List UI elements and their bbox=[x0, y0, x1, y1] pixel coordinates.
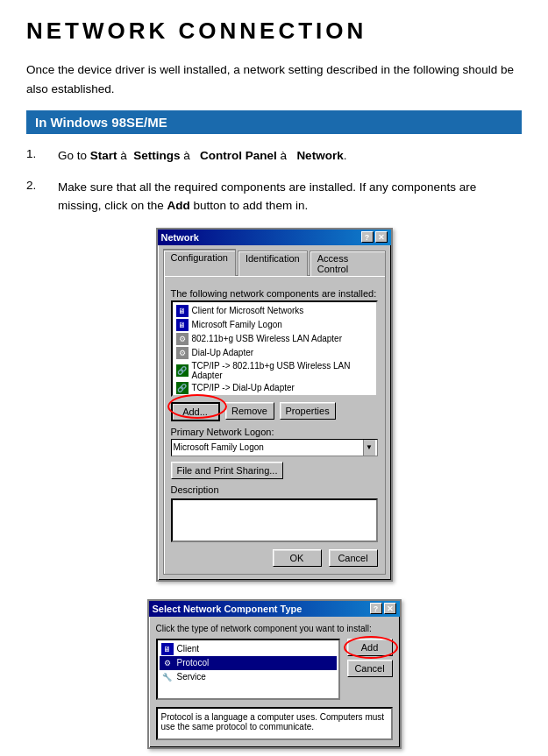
step2-text: Make sure that all the required componen… bbox=[58, 178, 522, 215]
ok-button[interactable]: OK bbox=[273, 549, 322, 567]
properties-button[interactable]: Properties bbox=[280, 402, 336, 420]
titlebar-buttons: ? ✕ bbox=[361, 231, 388, 243]
computer-icon: 🖥 bbox=[176, 305, 189, 317]
question-icon[interactable]: ? bbox=[361, 231, 374, 243]
list-item[interactable]: 🖥 Microsoft Family Logon bbox=[174, 318, 374, 332]
close-icon[interactable]: ✕ bbox=[375, 231, 388, 243]
ok-cancel-row: OK Cancel bbox=[171, 549, 378, 567]
list-item[interactable]: ⚙ Dial-Up Adapter bbox=[174, 346, 374, 360]
snct-main: 🖥 Client ⚙ Protocol 🔧 Service bbox=[156, 639, 393, 700]
wrench-icon: 🔧 bbox=[161, 671, 174, 683]
network-tabs: Configuration Identification Access Cont… bbox=[163, 251, 386, 276]
snct-titlebar: Select Network Component Type ? ✕ bbox=[149, 601, 400, 617]
section-header: In Windows 98SE/ME bbox=[26, 110, 522, 134]
cancel-button[interactable]: Cancel bbox=[329, 549, 378, 567]
description-box bbox=[171, 498, 378, 542]
snct-list-item-selected[interactable]: ⚙ Protocol bbox=[160, 656, 337, 670]
remove-button[interactable]: Remove bbox=[225, 402, 274, 420]
intro-paragraph: Once the device driver is well installed… bbox=[26, 60, 522, 98]
screenshots-container: Network ? ✕ Configuration Identification… bbox=[26, 228, 522, 749]
snct-titlebar-buttons: ? ✕ bbox=[370, 603, 396, 614]
step1-text: Go to Start à Settings à Control Panel à… bbox=[58, 146, 346, 166]
snct-list-item[interactable]: 🔧 Service bbox=[160, 670, 337, 684]
primary-logon-label: Primary Network Logon: bbox=[171, 427, 378, 437]
snct-list-item[interactable]: 🖥 Client bbox=[160, 642, 337, 656]
network-dialog-body: Configuration Identification Access Cont… bbox=[158, 245, 391, 580]
snct-item-service: Service bbox=[177, 672, 206, 682]
network-dialog-titlebar: Network ? ✕ bbox=[158, 230, 391, 245]
snct-content: Click the type of network component you … bbox=[149, 617, 400, 747]
network-components-list[interactable]: 🖥 Client for Microsoft Networks 🖥 Micros… bbox=[171, 300, 378, 397]
component-buttons: Add... Remove Properties bbox=[171, 402, 336, 421]
list-item-label: TCP/IP -> 802.11b+g USB Wireless LAN Ada… bbox=[192, 361, 373, 380]
add-button[interactable]: Add... bbox=[171, 402, 220, 421]
computer-icon: 🖥 bbox=[176, 319, 189, 331]
tab-access-control[interactable]: Access Control bbox=[310, 251, 386, 276]
network-dialog-wrapper: Network ? ✕ Configuration Identification… bbox=[156, 228, 393, 582]
gear-icon: ⚙ bbox=[176, 333, 189, 345]
tab-configuration[interactable]: Configuration bbox=[163, 249, 236, 276]
step1-number: 1. bbox=[26, 146, 58, 160]
network-icon: 🔗 bbox=[176, 382, 189, 394]
network-icon: 🔗 bbox=[176, 364, 189, 377]
snct-item-client: Client bbox=[177, 644, 200, 654]
network-dialog[interactable]: Network ? ✕ Configuration Identification… bbox=[156, 228, 393, 582]
list-item-label: 802.11b+g USB Wireless LAN Adapter bbox=[192, 334, 342, 343]
page-title: NETWORK CONNECTION bbox=[26, 18, 522, 45]
list-item[interactable]: 🔗 TCP/IP -> 802.11b+g USB Wireless LAN A… bbox=[174, 360, 374, 381]
snct-description: Protocol is a language a computer uses. … bbox=[156, 707, 393, 740]
snct-dialog-wrapper: Select Network Component Type ? ✕ Click … bbox=[147, 599, 402, 749]
primary-logon-select[interactable]: Microsoft Family Logon ▼ bbox=[171, 439, 378, 456]
snct-list[interactable]: 🖥 Client ⚙ Protocol 🔧 Service bbox=[156, 639, 340, 700]
snct-title: Select Network Component Type bbox=[153, 604, 302, 614]
snct-buttons: Add Cancel bbox=[347, 639, 393, 700]
list-item-label: Microsoft Family Logon bbox=[192, 320, 282, 329]
dropdown-arrow-icon[interactable]: ▼ bbox=[363, 440, 375, 456]
tab-identification[interactable]: Identification bbox=[238, 251, 308, 276]
file-print-button[interactable]: File and Print Sharing... bbox=[171, 462, 284, 479]
snct-instruction: Click the type of network component you … bbox=[156, 624, 393, 633]
snct-cancel-button[interactable]: Cancel bbox=[347, 660, 393, 677]
tab-content: The following network components are ins… bbox=[163, 275, 386, 575]
question-icon[interactable]: ? bbox=[370, 603, 382, 614]
list-item-label: TCP/IP -> Dial-Up Adapter bbox=[192, 383, 295, 392]
snct-dialog[interactable]: Select Network Component Type ? ✕ Click … bbox=[147, 599, 402, 749]
close-icon[interactable]: ✕ bbox=[384, 603, 396, 614]
list-label: The following network components are ins… bbox=[171, 288, 378, 299]
computer-icon: 🖥 bbox=[161, 643, 174, 655]
list-item-label: Dial-Up Adapter bbox=[192, 348, 254, 357]
gear-icon: ⚙ bbox=[176, 347, 189, 359]
step2-number: 2. bbox=[26, 178, 58, 192]
network-dialog-title: Network bbox=[161, 232, 199, 243]
list-item[interactable]: 🔗 TCP/IP -> Dial-Up Adapter bbox=[174, 381, 374, 395]
gear-icon: ⚙ bbox=[161, 657, 174, 669]
primary-logon-value: Microsoft Family Logon bbox=[174, 442, 264, 452]
list-item[interactable]: 🖥 Client for Microsoft Networks bbox=[174, 304, 374, 318]
fileprint-row: File and Print Sharing... bbox=[171, 462, 378, 479]
list-item-label: Client for Microsoft Networks bbox=[192, 306, 304, 315]
snct-add-button[interactable]: Add bbox=[347, 639, 393, 656]
description-label: Description bbox=[171, 484, 378, 495]
snct-item-protocol: Protocol bbox=[177, 658, 210, 668]
list-item[interactable]: ⚙ 802.11b+g USB Wireless LAN Adapter bbox=[174, 332, 374, 346]
